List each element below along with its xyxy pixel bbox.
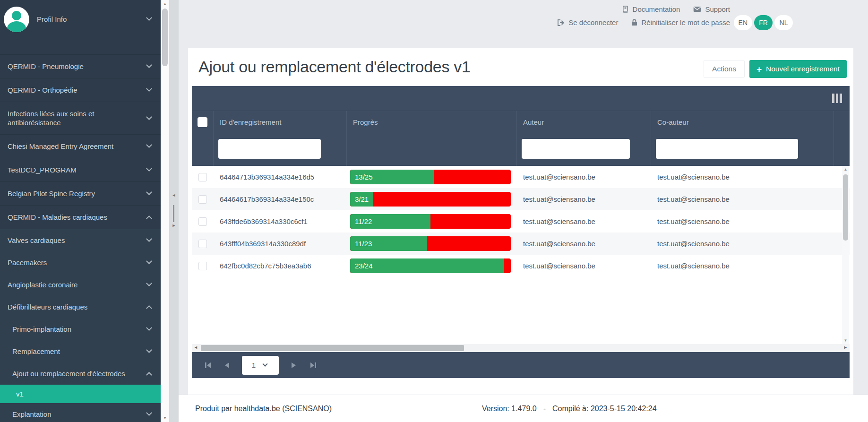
cell-record-id: 643ffde6b369314a330c6cf1 bbox=[213, 210, 346, 233]
actions-button[interactable]: Actions bbox=[704, 60, 745, 78]
sidebar-item-explantation[interactable]: Explantation bbox=[0, 403, 161, 422]
sidebar-item-valves-cardiaques[interactable]: Valves cardiaques bbox=[0, 229, 161, 251]
lang-en-button[interactable]: EN bbox=[734, 15, 752, 30]
horizontal-scrollbar-thumb[interactable] bbox=[201, 345, 464, 351]
table-header-row: ID d'enregistrement Progrès Auteur Co-au… bbox=[192, 111, 850, 133]
column-header-auteur[interactable]: Auteur bbox=[516, 111, 651, 133]
progress-label: 11/23 bbox=[350, 236, 427, 251]
sidebar-item-label: Angioplastie coronaire bbox=[8, 280, 147, 289]
row-checkbox[interactable] bbox=[198, 217, 207, 226]
scroll-down-icon[interactable]: ▼ bbox=[161, 416, 169, 420]
last-page-icon[interactable] bbox=[309, 362, 317, 369]
language-switcher: EN FR NL bbox=[734, 15, 793, 30]
book-icon bbox=[622, 6, 629, 13]
footer-separator: - bbox=[543, 405, 546, 413]
sidebar-item-testdcd[interactable]: TestDCD_PROGRAM bbox=[0, 158, 161, 181]
row-checkbox[interactable] bbox=[198, 195, 207, 204]
cell-auteur: test.uat@sciensano.be bbox=[516, 210, 651, 233]
chevron-down-icon bbox=[146, 62, 152, 68]
scroll-up-icon[interactable]: ▲ bbox=[842, 167, 849, 172]
link-label: Support bbox=[705, 5, 730, 13]
progress-bar: 23/24 bbox=[350, 258, 511, 273]
table-vertical-scrollbar[interactable]: ▲ ▼ bbox=[842, 166, 849, 344]
lang-fr-button[interactable]: FR bbox=[754, 15, 773, 30]
scroll-up-icon[interactable]: ▲ bbox=[161, 2, 169, 6]
table-horizontal-scrollbar[interactable]: ◄ ► bbox=[192, 344, 850, 352]
sidebar-item-primo-implantation[interactable]: Primo-implantation bbox=[0, 318, 161, 340]
row-checkbox[interactable] bbox=[198, 262, 207, 270]
link-label: Documentation bbox=[633, 5, 680, 13]
reset-password-link[interactable]: Réinitialiser le mot de passe bbox=[631, 18, 730, 26]
chevron-down-icon bbox=[146, 280, 152, 286]
sidebar-item-infections[interactable]: Infections liées aux soins et antibiorés… bbox=[0, 102, 161, 134]
new-record-button[interactable]: + Nouvel enregistrement bbox=[749, 60, 847, 78]
sidebar-item-pacemakers[interactable]: Pacemakers bbox=[0, 251, 161, 274]
filter-co-auteur-input[interactable] bbox=[656, 139, 798, 159]
cell-co-auteur: test.uat@sciensano.be bbox=[651, 188, 834, 210]
sidebar-scrollbar[interactable]: ▲ ▼ bbox=[161, 0, 169, 422]
first-page-icon[interactable] bbox=[204, 362, 212, 369]
progress-bar: 11/22 bbox=[350, 214, 511, 229]
column-header-progres[interactable]: Progrès bbox=[346, 111, 516, 133]
sign-out-icon bbox=[557, 19, 565, 26]
sidebar-spacer bbox=[0, 34, 161, 54]
current-page-value: 1 bbox=[252, 361, 256, 369]
filter-auteur-input[interactable] bbox=[522, 139, 630, 159]
sidebar-item-qermid-pneumologie[interactable]: QERMID - Pneumologie bbox=[0, 54, 161, 78]
progress-bar: 11/23 bbox=[350, 236, 511, 251]
link-label: Réinitialiser le mot de passe bbox=[641, 18, 730, 26]
sidebar-item-defibrillateurs[interactable]: Défibrillateurs cardiaques bbox=[0, 296, 161, 318]
sign-out-link[interactable]: Se déconnecter bbox=[557, 18, 618, 26]
cell-record-id: 643fff04b369314a330c89df bbox=[213, 233, 346, 255]
table-row[interactable]: 642fbc0d82cb7c75b3ea3ab6 23/24 test.uat@… bbox=[192, 255, 850, 277]
sidebar-item-label: Ajout ou remplacement d'électrodes bbox=[12, 369, 147, 378]
scroll-left-icon[interactable]: ◄ bbox=[194, 345, 198, 350]
filter-id-input[interactable] bbox=[218, 139, 321, 159]
table-row[interactable]: 643fff04b369314a330c89df 11/23 test.uat@… bbox=[192, 233, 850, 255]
sidebar-item-v1-active[interactable]: v1 bbox=[0, 385, 161, 403]
page-select[interactable]: 1 bbox=[242, 356, 279, 375]
sidebar-item-label: v1 bbox=[16, 389, 153, 398]
prev-page-icon[interactable] bbox=[223, 362, 231, 369]
table-row[interactable]: 643ffde6b369314a330c6cf1 11/22 test.uat@… bbox=[192, 210, 850, 233]
sidebar-item-profile[interactable]: Profil Info bbox=[0, 0, 161, 34]
table-row[interactable]: 64464617b369314a334e150c 3/21 test.uat@s… bbox=[192, 188, 850, 210]
cell-co-auteur: test.uat@sciensano.be bbox=[651, 233, 834, 255]
row-checkbox[interactable] bbox=[198, 240, 207, 248]
chevron-down-icon bbox=[146, 236, 152, 242]
column-header-co-auteur[interactable]: Co-auteur bbox=[651, 111, 834, 133]
top-header: Documentation Support Se déconnecter Réi… bbox=[179, 0, 868, 48]
footer: Produit par healthdata.be (SCIENSANO) Ve… bbox=[179, 395, 868, 422]
scroll-right-icon[interactable]: ► bbox=[843, 345, 848, 350]
lang-nl-button[interactable]: NL bbox=[774, 15, 793, 30]
cell-co-auteur: test.uat@sciensano.be bbox=[651, 255, 834, 277]
sidebar-item-qermid-orthopedie[interactable]: QERMID - Orthopédie bbox=[0, 78, 161, 102]
sidebar-item-label: Infections liées aux soins et antibiorés… bbox=[8, 109, 147, 127]
sidebar-scrollbar-thumb[interactable] bbox=[162, 9, 168, 66]
columns-icon[interactable] bbox=[832, 94, 842, 103]
sidebar-item-label: Belgian Pilot Spine Registry bbox=[8, 189, 147, 198]
scroll-down-icon[interactable]: ▼ bbox=[842, 338, 849, 343]
sidebar-item-chiesi[interactable]: Chiesi Managed Entry Agreement bbox=[0, 134, 161, 158]
sidebar-item-angioplastie[interactable]: Angioplastie coronaire bbox=[0, 274, 161, 296]
page-title: Ajout ou remplacement d'électrodes v1 bbox=[198, 58, 704, 76]
table-row[interactable]: 64464713b369314a334e16d5 13/25 test.uat@… bbox=[192, 166, 850, 188]
support-link[interactable]: Support bbox=[693, 5, 730, 13]
vertical-scrollbar-thumb[interactable] bbox=[843, 174, 848, 241]
chevron-down-icon bbox=[146, 258, 152, 264]
column-header-id[interactable]: ID d'enregistrement bbox=[213, 111, 346, 133]
splitter-handle-icon[interactable] bbox=[173, 205, 174, 222]
expand-right-icon[interactable]: ► bbox=[169, 223, 179, 228]
sidebar-item-ajout-remplacement-electrodes[interactable]: Ajout ou remplacement d'électrodes bbox=[0, 362, 161, 385]
row-checkbox[interactable] bbox=[198, 173, 207, 181]
select-all-checkbox[interactable] bbox=[198, 117, 207, 127]
collapse-left-icon[interactable]: ◄ bbox=[169, 193, 179, 198]
sidebar-splitter[interactable]: ◄ ► bbox=[169, 0, 179, 422]
documentation-link[interactable]: Documentation bbox=[622, 5, 680, 13]
sidebar-item-qermid-maladies-cardiaques[interactable]: QERMID - Maladies cardiaques bbox=[0, 205, 161, 229]
sidebar-submenu-maladies-cardiaques: Valves cardiaques Pacemakers Angioplasti… bbox=[0, 229, 161, 422]
sidebar-item-belgian-spine[interactable]: Belgian Pilot Spine Registry bbox=[0, 181, 161, 205]
footer-version: Version: 1.479.0 bbox=[482, 405, 537, 413]
next-page-icon[interactable] bbox=[290, 362, 298, 369]
sidebar-item-remplacement[interactable]: Remplacement bbox=[0, 340, 161, 362]
